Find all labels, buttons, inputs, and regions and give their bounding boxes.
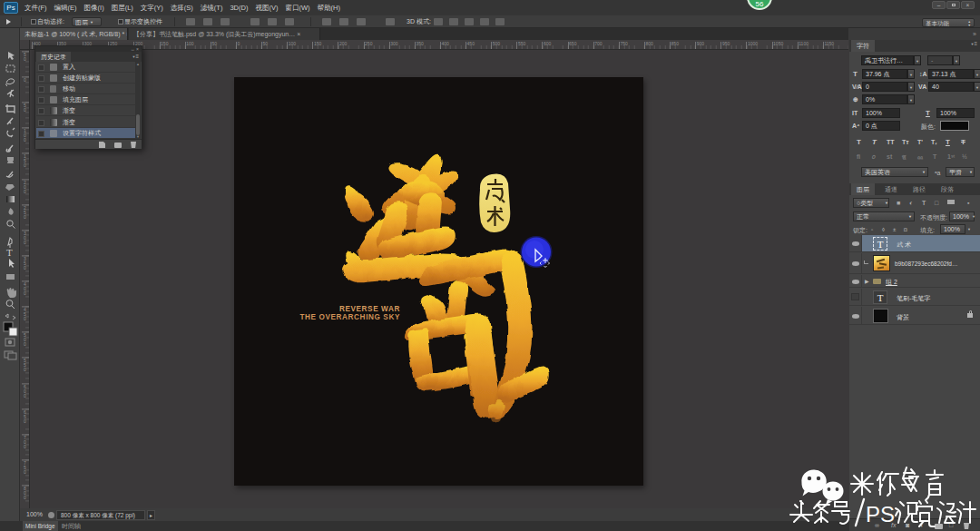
svg-text:THE OVERARCHING SKY: THE OVERARCHING SKY — [299, 313, 400, 321]
svg-text:T: T — [6, 247, 13, 258]
svg-text:REVERSE WAR: REVERSE WAR — [339, 305, 400, 313]
svg-text:PS: PS — [866, 502, 895, 526]
